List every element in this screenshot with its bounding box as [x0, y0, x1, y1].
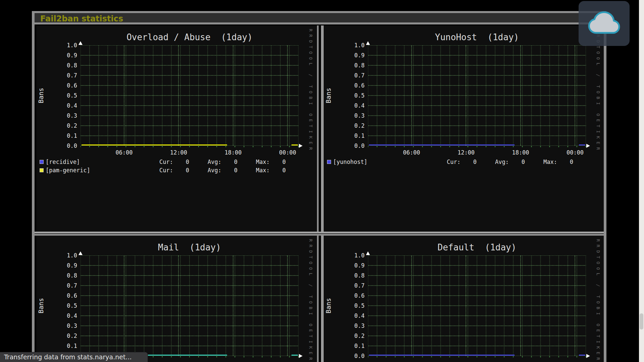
y-tick-label: 0.3: [46, 322, 77, 329]
plot-area: [368, 45, 586, 146]
legend-stat-key: Avg:: [495, 159, 509, 165]
y-tick-label: 0.6: [334, 292, 365, 299]
panel-column-divider: [317, 25, 324, 232]
legend-stat-key: Max:: [543, 159, 557, 165]
y-axis-label: Bans: [325, 88, 332, 103]
y-tick-label: 0.4: [334, 312, 365, 319]
y-axis-label: Bans: [325, 298, 332, 313]
y-tick-label: 0.9: [334, 52, 365, 59]
y-tick-label: 0.7: [46, 72, 77, 79]
legend-stat-key: Cur:: [159, 167, 173, 174]
legend-stat-key: Max:: [256, 159, 270, 165]
y-tick-label: 0.7: [334, 72, 365, 79]
chart-title: Default (1day): [368, 242, 586, 252]
rrdtool-watermark-text: RRDTOOL / TOBI OETIKER: [596, 29, 601, 153]
data-line-zero: [579, 355, 585, 356]
legend-swatch: [327, 160, 331, 164]
y-axis-arrow-icon: [78, 251, 83, 255]
legend-stat-value: 0: [221, 159, 237, 165]
y-tick-label: 0.1: [334, 132, 365, 139]
major-gridline: [124, 255, 124, 356]
x-axis-arrow-icon: [586, 354, 590, 358]
x-axis-arrow-icon: [299, 354, 303, 358]
chart-legend: [recidive]Cur:0Avg:0Max:0[pam-generic]Cu…: [36, 158, 317, 174]
y-tick-label: 0.8: [46, 272, 77, 279]
status-text: Transferring data from stats.narya.net..…: [4, 353, 132, 361]
y-tick-label: 0.1: [46, 343, 77, 349]
legend-stat-value: 0: [221, 167, 237, 174]
y-tick-label: 0.3: [334, 112, 365, 119]
panel-row-divider: [35, 232, 604, 236]
legend-swatch: [40, 160, 44, 164]
x-tick-marks: [368, 356, 586, 358]
cloud-icon: [587, 8, 622, 39]
y-tick-label: 0.2: [334, 333, 365, 339]
data-line-zero: [369, 355, 515, 356]
y-axis-label: Bans: [37, 298, 45, 313]
y-tick-label: 0.5: [334, 92, 365, 99]
rrdtool-watermark-text: RRDTOOL / TOBI OETIKER: [596, 239, 601, 362]
charts-grid: Overload / Abuse (1day) Bans [recidive]C…: [35, 24, 604, 362]
major-gridline: [287, 255, 288, 356]
y-tick-label: 0.9: [46, 262, 77, 269]
cloud-sync-indicator[interactable]: [579, 1, 630, 46]
y-tick-label: 1.0: [334, 42, 365, 49]
major-gridline: [575, 255, 575, 356]
legend-stat-value: 0: [270, 167, 286, 174]
major-gridline: [287, 45, 288, 146]
legend-stat-value: 0: [461, 159, 477, 165]
plot-area: [368, 255, 586, 356]
x-tick-label: 00:00: [562, 149, 589, 156]
page-title-bar: Fail2ban statistics: [35, 13, 604, 24]
scrollbar-thumb[interactable]: [640, 313, 643, 329]
major-gridline: [178, 255, 179, 356]
major-gridline: [466, 255, 466, 356]
y-tick-label: 0.0: [46, 142, 77, 149]
data-line-zero: [82, 144, 227, 145]
x-axis-arrow-icon: [586, 144, 590, 148]
y-tick-label: 0.4: [46, 312, 77, 319]
y-axis-arrow-icon: [366, 41, 370, 45]
legend-label: [pam-generic]: [46, 167, 159, 174]
y-tick-label: 0.1: [334, 343, 365, 349]
y-tick-label: 0.2: [334, 122, 365, 129]
y-tick-label: 0.3: [46, 112, 77, 119]
legend-label: [recidive]: [46, 159, 159, 165]
data-line-zero: [291, 144, 298, 145]
legend-label: [yunohost]: [333, 159, 447, 165]
x-tick-label: 12:00: [453, 149, 480, 156]
y-tick-label: 0.6: [334, 82, 365, 89]
y-tick-label: 0.9: [334, 262, 365, 269]
scrollbar-track[interactable]: [639, 0, 644, 362]
y-tick-label: 1.0: [46, 252, 77, 259]
plot-area: [80, 255, 299, 356]
y-tick-label: 0.8: [46, 62, 77, 69]
legend-row: [yunohost]Cur:0Avg:0Max:0: [324, 158, 604, 166]
legend-swatch: [40, 168, 44, 172]
y-tick-label: 0.7: [334, 282, 365, 289]
x-tick-label: 18:00: [220, 149, 247, 156]
chart-panel-yunohost: YunoHost (1day) Bans [yunohost]Cur:0Avg:…: [324, 25, 604, 232]
legend-stat-value: 0: [557, 159, 573, 165]
legend-row: [pam-generic]Cur:0Avg:0Max:0: [36, 166, 317, 174]
data-line-zero: [369, 144, 515, 145]
y-tick-label: 0.6: [46, 292, 77, 299]
rrdtool-watermark-text: RRDTOOL / TOBI OETIKER: [308, 239, 313, 362]
x-tick-label: 18:00: [507, 149, 534, 156]
y-tick-label: 0.7: [46, 282, 77, 289]
y-axis-label: Bans: [37, 88, 45, 103]
panel-column-divider: [317, 236, 324, 362]
y-tick-label: 0.0: [334, 142, 365, 149]
y-tick-label: 0.2: [46, 122, 77, 129]
major-gridline: [520, 255, 521, 356]
chart-title: Overload / Abuse (1day): [80, 32, 299, 42]
x-tick-label: 06:00: [111, 149, 138, 156]
y-tick-label: 0.9: [46, 52, 77, 59]
y-tick-label: 0.5: [334, 302, 365, 309]
chart-panel-overload-abuse: Overload / Abuse (1day) Bans [recidive]C…: [36, 25, 317, 232]
page-frame: Fail2ban statistics Overload / Abuse (1d…: [32, 11, 606, 362]
y-tick-label: 0.4: [46, 102, 77, 109]
major-gridline: [575, 45, 575, 146]
legend-row: [recidive]Cur:0Avg:0Max:0: [36, 158, 317, 166]
x-tick-marks: [80, 146, 299, 147]
